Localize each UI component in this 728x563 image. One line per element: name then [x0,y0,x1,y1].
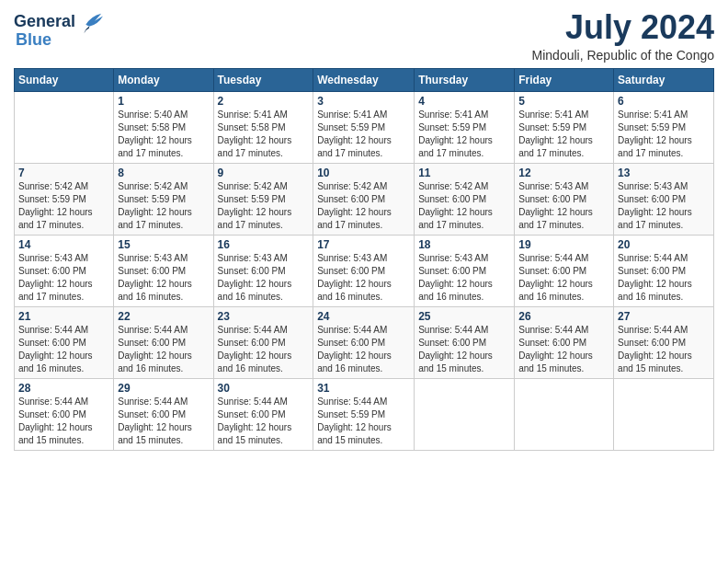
day-number: 18 [418,238,510,251]
day-number: 4 [418,95,510,108]
day-number: 21 [18,310,109,323]
day-number: 19 [518,238,609,251]
calendar-cell: 15Sunrise: 5:43 AM Sunset: 6:00 PM Dayli… [114,235,213,306]
calendar-cell: 12Sunrise: 5:43 AM Sunset: 6:00 PM Dayli… [515,163,614,235]
calendar-cell: 20Sunrise: 5:44 AM Sunset: 6:00 PM Dayli… [614,235,714,306]
day-info: Sunrise: 5:43 AM Sunset: 6:00 PM Dayligh… [418,252,510,304]
calendar-cell: 5Sunrise: 5:41 AM Sunset: 5:59 PM Daylig… [515,91,614,163]
day-number: 2 [218,95,310,108]
day-number: 30 [218,382,310,395]
calendar-cell: 13Sunrise: 5:43 AM Sunset: 6:00 PM Dayli… [614,163,714,235]
calendar-week-row: 7Sunrise: 5:42 AM Sunset: 5:59 PM Daylig… [15,163,714,235]
day-info: Sunrise: 5:41 AM Sunset: 5:58 PM Dayligh… [218,109,310,160]
day-info: Sunrise: 5:44 AM Sunset: 6:00 PM Dayligh… [118,396,209,447]
calendar-header-row: SundayMondayTuesdayWednesdayThursdayFrid… [15,68,714,91]
day-number: 14 [18,238,109,251]
calendar-cell [415,378,515,450]
day-info: Sunrise: 5:44 AM Sunset: 6:00 PM Dayligh… [218,396,310,447]
day-info: Sunrise: 5:41 AM Sunset: 5:59 PM Dayligh… [618,109,710,160]
calendar-cell: 19Sunrise: 5:44 AM Sunset: 6:00 PM Dayli… [515,235,614,306]
day-info: Sunrise: 5:44 AM Sunset: 6:00 PM Dayligh… [418,324,510,375]
day-number: 12 [518,167,609,179]
day-number: 26 [518,310,609,323]
day-info: Sunrise: 5:42 AM Sunset: 6:00 PM Dayligh… [317,180,410,232]
calendar-cell: 30Sunrise: 5:44 AM Sunset: 6:00 PM Dayli… [213,378,313,450]
day-number: 17 [317,238,410,251]
calendar-cell: 23Sunrise: 5:44 AM Sunset: 6:00 PM Dayli… [213,306,313,378]
day-info: Sunrise: 5:44 AM Sunset: 6:00 PM Dayligh… [518,324,609,375]
day-number: 24 [317,310,410,323]
day-number: 16 [218,238,310,251]
weekday-header-wednesday: Wednesday [313,68,415,91]
day-info: Sunrise: 5:44 AM Sunset: 6:00 PM Dayligh… [518,252,609,304]
calendar-cell: 31Sunrise: 5:44 AM Sunset: 5:59 PM Dayli… [313,378,415,450]
day-info: Sunrise: 5:42 AM Sunset: 5:59 PM Dayligh… [218,180,310,232]
day-info: Sunrise: 5:42 AM Sunset: 5:59 PM Dayligh… [18,180,109,232]
day-info: Sunrise: 5:44 AM Sunset: 6:00 PM Dayligh… [118,324,209,375]
calendar-cell: 8Sunrise: 5:42 AM Sunset: 5:59 PM Daylig… [114,163,213,235]
logo: General Blue [14,9,103,50]
day-info: Sunrise: 5:41 AM Sunset: 5:59 PM Dayligh… [518,109,609,160]
calendar-cell: 26Sunrise: 5:44 AM Sunset: 6:00 PM Dayli… [515,306,614,378]
month-title: July 2024 [532,9,714,46]
calendar-table: SundayMondayTuesdayWednesdayThursdayFrid… [14,68,714,451]
day-number: 11 [418,167,510,179]
day-number: 23 [218,310,310,323]
day-info: Sunrise: 5:44 AM Sunset: 5:59 PM Dayligh… [317,396,410,447]
day-number: 3 [317,95,410,108]
calendar-cell: 27Sunrise: 5:44 AM Sunset: 6:00 PM Dayli… [614,306,714,378]
day-info: Sunrise: 5:44 AM Sunset: 6:00 PM Dayligh… [18,324,109,375]
calendar-cell: 3Sunrise: 5:41 AM Sunset: 5:59 PM Daylig… [313,91,415,163]
calendar-cell: 24Sunrise: 5:44 AM Sunset: 6:00 PM Dayli… [313,306,415,378]
day-number: 28 [18,382,109,395]
header: General Blue July 2024 Mindouli, Republi… [14,9,714,63]
calendar-cell: 25Sunrise: 5:44 AM Sunset: 6:00 PM Dayli… [415,306,515,378]
weekday-header-thursday: Thursday [415,68,515,91]
day-number: 15 [118,238,209,251]
calendar-cell: 28Sunrise: 5:44 AM Sunset: 6:00 PM Dayli… [15,378,114,450]
weekday-header-friday: Friday [515,68,614,91]
day-number: 20 [618,238,710,251]
calendar-cell: 10Sunrise: 5:42 AM Sunset: 6:00 PM Dayli… [313,163,415,235]
day-info: Sunrise: 5:43 AM Sunset: 6:00 PM Dayligh… [18,252,109,304]
calendar-week-row: 14Sunrise: 5:43 AM Sunset: 6:00 PM Dayli… [15,235,714,306]
calendar-cell: 7Sunrise: 5:42 AM Sunset: 5:59 PM Daylig… [15,163,114,235]
calendar-cell: 16Sunrise: 5:43 AM Sunset: 6:00 PM Dayli… [213,235,313,306]
calendar-cell: 4Sunrise: 5:41 AM Sunset: 5:59 PM Daylig… [415,91,515,163]
calendar-cell: 14Sunrise: 5:43 AM Sunset: 6:00 PM Dayli… [15,235,114,306]
weekday-header-sunday: Sunday [15,68,114,91]
day-info: Sunrise: 5:42 AM Sunset: 5:59 PM Dayligh… [118,180,209,232]
day-number: 1 [118,95,209,108]
calendar-cell: 29Sunrise: 5:44 AM Sunset: 6:00 PM Dayli… [114,378,213,450]
calendar-week-row: 28Sunrise: 5:44 AM Sunset: 6:00 PM Dayli… [15,378,714,450]
calendar-cell: 1Sunrise: 5:40 AM Sunset: 5:58 PM Daylig… [114,91,213,163]
calendar-week-row: 1Sunrise: 5:40 AM Sunset: 5:58 PM Daylig… [15,91,714,163]
day-number: 10 [317,167,410,179]
day-number: 31 [317,382,410,395]
day-number: 13 [618,167,710,179]
calendar-cell: 2Sunrise: 5:41 AM Sunset: 5:58 PM Daylig… [213,91,313,163]
day-number: 9 [218,167,310,179]
calendar-cell: 22Sunrise: 5:44 AM Sunset: 6:00 PM Dayli… [114,306,213,378]
day-info: Sunrise: 5:42 AM Sunset: 6:00 PM Dayligh… [418,180,510,232]
calendar-cell: 11Sunrise: 5:42 AM Sunset: 6:00 PM Dayli… [415,163,515,235]
day-info: Sunrise: 5:40 AM Sunset: 5:58 PM Dayligh… [118,109,209,160]
day-number: 22 [118,310,209,323]
day-info: Sunrise: 5:44 AM Sunset: 6:00 PM Dayligh… [618,252,710,304]
day-number: 7 [18,167,109,179]
calendar-cell: 17Sunrise: 5:43 AM Sunset: 6:00 PM Dayli… [313,235,415,306]
day-info: Sunrise: 5:44 AM Sunset: 6:00 PM Dayligh… [18,396,109,447]
title-block: July 2024 Mindouli, Republic of the Cong… [532,9,714,63]
day-info: Sunrise: 5:43 AM Sunset: 6:00 PM Dayligh… [317,252,410,304]
day-info: Sunrise: 5:41 AM Sunset: 5:59 PM Dayligh… [418,109,510,160]
day-number: 8 [118,167,209,179]
day-info: Sunrise: 5:44 AM Sunset: 6:00 PM Dayligh… [317,324,410,375]
weekday-header-tuesday: Tuesday [213,68,313,91]
day-number: 6 [618,95,710,108]
day-number: 5 [518,95,609,108]
day-info: Sunrise: 5:44 AM Sunset: 6:00 PM Dayligh… [218,324,310,375]
calendar-cell: 21Sunrise: 5:44 AM Sunset: 6:00 PM Dayli… [15,306,114,378]
calendar-cell [515,378,614,450]
calendar-cell: 9Sunrise: 5:42 AM Sunset: 5:59 PM Daylig… [213,163,313,235]
location-title: Mindouli, Republic of the Congo [532,48,714,63]
